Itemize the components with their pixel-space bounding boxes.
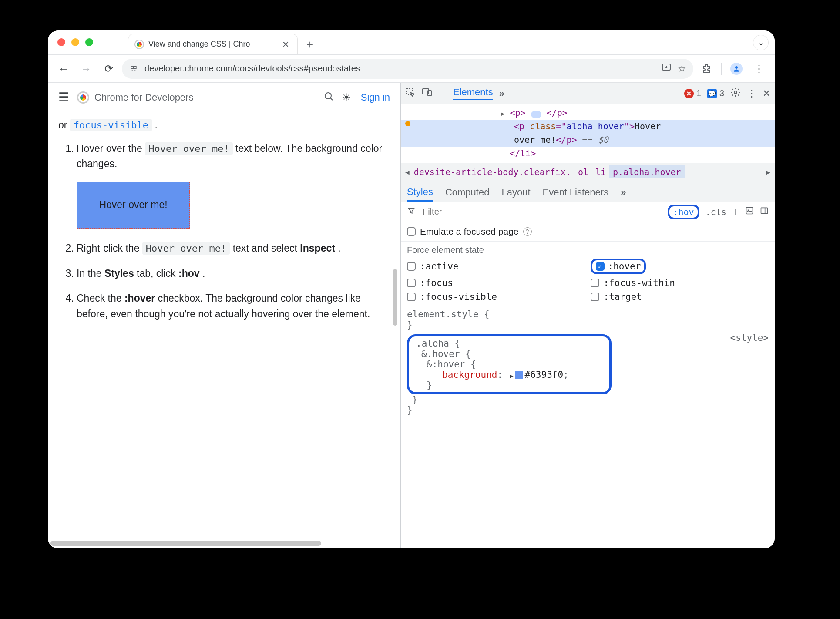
element-style-close: } [407,320,769,330]
new-tab-button[interactable]: ＋ [301,35,319,53]
forward-button[interactable]: → [77,59,96,78]
chrome-menu-button[interactable]: ⋮ [749,59,769,78]
toggle-sidebar-icon[interactable] [760,206,769,217]
browser-tab[interactable]: View and change CSS | Chro ✕ [128,34,298,54]
hov-toggle[interactable]: :hov [668,205,699,219]
vertical-scrollbar[interactable] [391,83,400,548]
color-swatch-icon[interactable] [515,371,523,379]
step-1: Hover over the Hover over me! text below… [77,141,390,229]
tab-strip: View and change CSS | Chro ✕ ＋ ⌄ [48,30,775,55]
devtools-top-bar: Elements » ✕1 💬3 ⋮ ✕ [401,83,775,104]
messages-badge[interactable]: 💬3 [707,88,724,98]
omnibox-url: developer.chrome.com/docs/devtools/css#p… [144,64,360,74]
fullscreen-window-icon[interactable] [85,38,93,46]
tab-event-listeners[interactable]: Event Listeners [543,187,609,202]
checkbox-active[interactable] [407,262,416,271]
omnibox[interactable]: developer.chrome.com/docs/devtools/css#p… [122,59,693,79]
checkbox-focus[interactable] [407,279,416,287]
styles-source[interactable]: element.style { } <style> .aloha { &.hov… [401,306,775,415]
tab-layout[interactable]: Layout [501,187,530,202]
checkbox-focus-within[interactable] [591,279,599,287]
crumb-left-icon[interactable]: ◀ [404,168,410,176]
tab-elements[interactable]: Elements [453,87,493,100]
install-icon[interactable] [661,62,672,75]
crumb-right-icon[interactable]: ▶ [765,168,771,176]
styles-tabs: Styles Computed Layout Event Listeners » [401,181,775,202]
checkbox-focus-visible[interactable] [407,293,416,301]
rule-source-link[interactable]: <style> [730,333,769,343]
toggle-computed-icon[interactable] [745,206,754,217]
devtools-panel: Elements » ✕1 💬3 ⋮ ✕ ▶ <p> ⋯ </p> <p cla [400,83,775,548]
checkbox-target[interactable] [591,293,599,301]
state-focus-visible[interactable]: :focus-visible [407,292,585,302]
toolbar: ← → ⟳ developer.chrome.com/docs/devtools… [48,55,775,83]
crumb-2[interactable]: ol [575,167,592,177]
device-toolbar-icon[interactable] [422,87,432,100]
more-subtabs-icon[interactable]: » [621,187,626,202]
state-focus-within[interactable]: :focus-within [591,278,769,288]
filter-input[interactable] [422,206,662,217]
state-focus[interactable]: :focus [407,278,585,288]
steps-list: Hover over the Hover over me! text below… [58,141,390,322]
inspect-element-icon[interactable] [405,87,416,100]
horizontal-scrollbar[interactable] [50,541,398,546]
dom-line-4[interactable]: </li> [401,147,775,160]
site-brand[interactable]: Chrome for Developers [77,91,193,104]
dom-line-1[interactable]: ▶ <p> ⋯ </p> [401,106,775,120]
content-area: ☰ Chrome for Developers ☀ Sign in or foc… [48,83,775,548]
cls-toggle[interactable]: .cls [706,207,726,217]
toolbar-divider [721,63,722,75]
state-hover[interactable]: ✓ :hover [591,259,769,274]
page-header: ☰ Chrome for Developers ☀ Sign in [48,83,400,112]
tab-title: View and change CSS | Chro [148,40,276,49]
minimize-window-icon[interactable] [71,38,79,46]
crumb-4-selected[interactable]: p.aloha.hover [609,165,685,178]
hover-over-me-box[interactable]: Hover over me! [77,182,190,229]
tab-styles[interactable]: Styles [407,186,433,202]
crumb-1[interactable]: devsite-article-body.clearfix. [410,167,575,177]
svg-point-5 [735,66,738,69]
dom-line-3[interactable]: over me!</p> == $0 [401,133,775,147]
hover-highlight-ring: ✓ :hover [591,259,646,274]
rule-declaration[interactable]: background: ▶#6393f0; [416,370,602,380]
tabs-dropdown-button[interactable]: ⌄ [753,35,769,50]
settings-icon[interactable] [730,87,741,100]
emulate-focused-checkbox[interactable] [407,227,416,236]
reload-button[interactable]: ⟳ [99,59,118,78]
window-controls [57,38,93,46]
avatar-icon [730,63,743,75]
site-settings-icon[interactable] [129,64,138,74]
dom-line-2-selected[interactable]: <p class="aloha hover">Hover [401,120,775,133]
checkbox-hover[interactable]: ✓ [596,262,605,271]
devtools-menu-icon[interactable]: ⋮ [747,88,756,99]
more-tabs-icon[interactable]: » [499,88,504,99]
bookmark-icon[interactable]: ☆ [678,63,686,74]
force-state-label: Force element state [401,242,775,259]
close-devtools-icon[interactable]: ✕ [763,88,770,99]
extensions-icon[interactable] [697,59,716,78]
back-button[interactable]: ← [54,59,73,78]
close-window-icon[interactable] [57,38,65,46]
browser-window: View and change CSS | Chro ✕ ＋ ⌄ ← → ⟳ d… [48,30,775,548]
new-style-rule-icon[interactable]: + [732,205,739,219]
theme-toggle-icon[interactable]: ☀ [342,91,351,104]
breadcrumb[interactable]: ◀ devsite-article-body.clearfix. ol li p… [401,163,775,181]
close-tab-icon[interactable]: ✕ [280,39,291,50]
state-target[interactable]: :target [591,292,769,302]
crumb-3[interactable]: li [592,167,609,177]
help-icon[interactable]: ? [523,227,532,236]
state-active[interactable]: :active [407,259,585,274]
sign-in-link[interactable]: Sign in [361,92,390,103]
dom-tree[interactable]: ▶ <p> ⋯ </p> <p class="aloha hover">Hove… [401,104,775,163]
profile-button[interactable] [727,59,746,78]
ellipsis-icon[interactable]: ⋯ [531,111,541,118]
step-2: Right-click the Hover over me! text and … [77,241,390,256]
filter-icon[interactable] [407,206,416,217]
errors-badge[interactable]: ✕1 [684,88,701,98]
hover-box-label: Hover over me! [99,197,167,213]
svg-rect-1 [134,66,136,68]
hamburger-icon[interactable]: ☰ [58,90,69,104]
tab-computed[interactable]: Computed [445,187,490,202]
chrome-logo-icon [77,91,89,104]
search-icon[interactable] [323,91,334,104]
